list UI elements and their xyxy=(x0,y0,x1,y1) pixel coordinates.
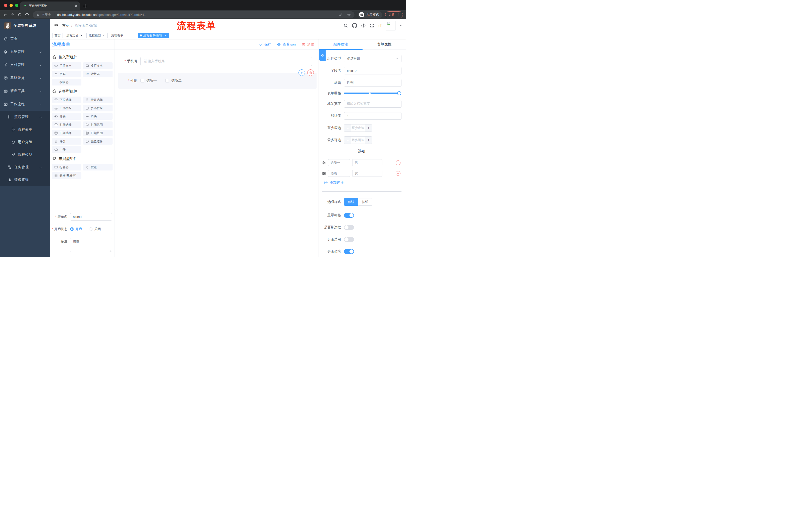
status-radio-on[interactable]: 开启 xyxy=(70,227,82,231)
tag-process-form[interactable]: 流程表单 xyxy=(109,33,130,38)
option-style-default-button[interactable]: 默认 xyxy=(344,198,358,206)
drag-handle-icon[interactable] xyxy=(322,171,326,175)
toggle-with-border[interactable] xyxy=(344,225,354,230)
component-chip-color-picker[interactable]: 颜色选择 xyxy=(83,138,113,144)
textarea-resize-handle[interactable] xyxy=(109,249,111,251)
close-tag-icon[interactable] xyxy=(80,34,83,37)
sidebar-item-leave-query[interactable]: 请假查询 xyxy=(0,173,50,186)
component-chip-switch[interactable]: 开关 xyxy=(52,113,81,120)
help-icon[interactable] xyxy=(361,23,366,28)
gender-checkbox-option1[interactable]: 选项一 xyxy=(140,78,157,83)
browser-menu-dots-icon[interactable] xyxy=(397,13,401,17)
search-icon[interactable] xyxy=(343,23,348,28)
minimize-window-button[interactable] xyxy=(9,4,13,7)
component-chip-row-container[interactable]: 行容器 xyxy=(52,164,81,170)
sidebar-item-process-model[interactable]: 流程模型 xyxy=(0,148,50,161)
update-browser-button[interactable]: 更新 xyxy=(385,11,403,18)
stepper-decrease-button[interactable]: − xyxy=(344,137,351,143)
form-name-input[interactable]: biubiu xyxy=(70,213,112,220)
address-bar[interactable]: 不安全 dashboard.yudao.iocoder.cn/bpm/manag… xyxy=(33,11,354,18)
gender-checkbox-option2[interactable]: 选项二 xyxy=(165,78,182,83)
avatar[interactable] xyxy=(386,21,396,30)
home-icon[interactable] xyxy=(25,12,29,17)
component-chip-cascader[interactable]: 级联选择 xyxy=(83,97,113,103)
option-value-input[interactable]: 男 xyxy=(352,159,382,166)
add-option-button[interactable]: 添加选项 xyxy=(324,180,402,185)
sidebar-item-workflow[interactable]: 工作流程 xyxy=(0,98,50,111)
forward-icon[interactable] xyxy=(10,12,14,17)
sidebar-item-infra[interactable]: 基础设施 xyxy=(0,72,50,84)
component-chip-time-picker[interactable]: 时间选择 xyxy=(52,121,81,128)
tag-home[interactable]: 首页 xyxy=(52,33,63,38)
component-chip-password[interactable]: 密码 xyxy=(52,71,81,77)
component-chip-textarea[interactable]: 多行文本 xyxy=(83,62,113,69)
breadcrumb-home[interactable]: 首页 xyxy=(62,23,69,28)
component-chip-button[interactable]: 按钮 xyxy=(83,164,113,170)
component-chip-date-picker[interactable]: 日期选择 xyxy=(52,130,81,136)
fullscreen-icon[interactable] xyxy=(370,23,374,28)
phone-input[interactable]: 请输入手机号 xyxy=(140,57,312,66)
font-size-icon[interactable]: TT xyxy=(378,24,382,28)
save-button[interactable]: 保存 xyxy=(259,42,271,47)
copy-component-button[interactable] xyxy=(298,70,305,76)
sidebar-item-user-group[interactable]: 用户分组 xyxy=(0,136,50,148)
option-label-input[interactable]: 选项二 xyxy=(328,170,350,177)
clear-button[interactable]: 清空 xyxy=(302,42,314,47)
option-style-button-button[interactable]: 按钮 xyxy=(358,198,372,206)
component-chip-upload[interactable]: 上传 xyxy=(52,146,81,153)
collapse-sidebar-icon[interactable] xyxy=(52,21,61,30)
max-select-value[interactable]: 最多可选 xyxy=(351,137,365,143)
remove-option-button[interactable] xyxy=(396,160,401,165)
toggle-show-label[interactable] xyxy=(344,213,354,218)
toggle-required[interactable] xyxy=(344,249,354,254)
option-label-input[interactable]: 选项一 xyxy=(328,159,350,166)
component-chip-select[interactable]: 下拉选择 xyxy=(52,97,81,103)
field-name-input[interactable]: field122 xyxy=(344,67,402,75)
tag-process-form-edit[interactable]: 流程表单-编辑 xyxy=(138,33,169,38)
close-tab-icon[interactable] xyxy=(74,4,78,8)
close-tag-icon[interactable] xyxy=(164,34,167,37)
drawer-handle[interactable] xyxy=(319,50,326,61)
checkbox[interactable] xyxy=(165,79,169,82)
tab-component-props[interactable]: 组件属性 xyxy=(319,39,362,50)
component-chip-editor[interactable]: 编辑器 xyxy=(52,79,81,85)
option-value-input[interactable]: 女 xyxy=(352,170,382,177)
close-tag-icon[interactable] xyxy=(102,34,105,37)
min-select-value[interactable]: 至少应选 xyxy=(351,125,365,132)
component-chip-radio-group[interactable]: 单选框组 xyxy=(52,105,81,111)
component-chip-rate[interactable]: 评分 xyxy=(52,138,81,144)
status-radio-off[interactable]: 关闭 xyxy=(89,227,101,231)
sidebar-item-system[interactable]: 系统管理 xyxy=(0,45,50,58)
stepper-increase-button[interactable]: + xyxy=(365,125,372,132)
bookmark-star-icon[interactable] xyxy=(347,13,351,17)
sidebar-item-payment[interactable]: 支付管理 xyxy=(0,58,50,72)
stepper-decrease-button[interactable]: − xyxy=(344,125,351,132)
phone-field-row[interactable]: 手机号 请输入手机号 xyxy=(118,57,317,66)
caret-down-icon[interactable] xyxy=(399,24,403,27)
form-grid-slider[interactable] xyxy=(344,92,399,94)
delete-component-button[interactable] xyxy=(307,70,314,76)
component-chip-input[interactable]: 单行文本 xyxy=(52,62,81,69)
slider-handle[interactable] xyxy=(397,91,401,95)
component-chip-slider[interactable]: 滑块 xyxy=(83,113,113,120)
remove-option-button[interactable] xyxy=(396,171,401,176)
tab-form-props[interactable]: 表单属性 xyxy=(362,39,406,50)
tag-process-definition[interactable]: 流程定义 xyxy=(64,33,85,38)
close-tag-icon[interactable] xyxy=(125,34,127,37)
browser-tab[interactable]: 芋道管理系统 xyxy=(20,1,80,10)
component-type-select[interactable]: 多选框组 xyxy=(344,55,402,62)
sidebar-item-task-management[interactable]: 任务管理 xyxy=(0,161,50,173)
back-icon[interactable] xyxy=(3,12,7,17)
github-icon[interactable] xyxy=(352,23,357,28)
view-json-button[interactable]: 查看json xyxy=(277,42,296,47)
new-tab-button[interactable] xyxy=(82,3,88,9)
default-value-input[interactable]: 1 xyxy=(344,112,402,120)
component-chip-table[interactable]: 表格[开发中] xyxy=(52,172,81,179)
component-chip-date-range[interactable]: 日期范围 xyxy=(83,130,113,136)
sidebar-item-devtools[interactable]: 研发工具 xyxy=(0,84,50,98)
component-chip-checkbox-group[interactable]: 多选框组 xyxy=(83,105,113,111)
checkbox[interactable] xyxy=(140,79,144,82)
reload-icon[interactable] xyxy=(18,12,22,17)
key-icon[interactable] xyxy=(339,13,343,17)
component-chip-time-range[interactable]: 时间范围 xyxy=(83,121,113,128)
